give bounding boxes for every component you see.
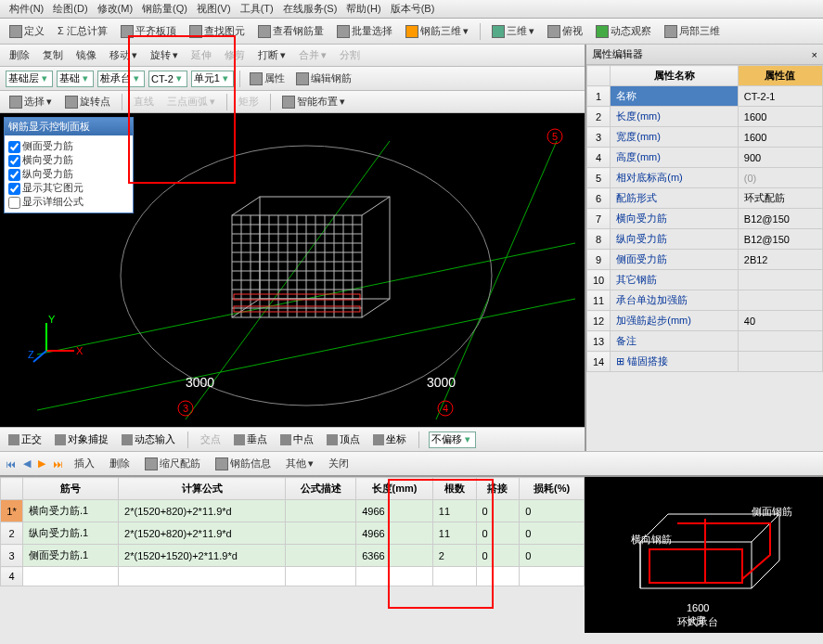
type-combo[interactable]: 桩承台▾ <box>97 71 145 87</box>
prop-name[interactable]: 高度(mm) <box>611 148 739 168</box>
sumcalc-button[interactable]: Σ 汇总计算 <box>54 22 111 40</box>
rebar-desc[interactable] <box>286 567 356 586</box>
define-button[interactable]: 定义 <box>6 22 48 40</box>
rebar-loss[interactable]: 0 <box>520 522 585 545</box>
prop-value[interactable] <box>738 270 822 290</box>
close-icon[interactable]: × <box>812 49 817 60</box>
rebar-lap[interactable]: 0 <box>476 500 520 522</box>
prop-name[interactable]: 承台单边加强筋 <box>611 290 739 311</box>
rebar-name[interactable]: 侧面受力筋.1 <box>23 545 119 567</box>
prop-name[interactable]: ⊞ 锚固搭接 <box>611 352 739 372</box>
coord-toggle[interactable]: 坐标 <box>370 431 409 447</box>
flatroof-button[interactable]: 平齐板顶 <box>117 22 180 40</box>
prop-value[interactable] <box>738 331 822 352</box>
extend-button[interactable]: 延伸 <box>187 46 215 64</box>
ortho-toggle[interactable]: 正交 <box>6 431 45 447</box>
rebar-formula[interactable] <box>119 567 286 586</box>
rebar-desc[interactable] <box>286 500 356 522</box>
category-combo[interactable]: 基础▾ <box>57 71 94 87</box>
rebar-lap[interactable]: 0 <box>476 522 520 545</box>
rebar-lap[interactable] <box>476 567 520 586</box>
rebar-formula[interactable]: 2*(1520+1520)+2*11.9*d <box>119 545 286 567</box>
editrebar-button[interactable]: 编辑钢筋 <box>292 70 355 87</box>
prop-name[interactable]: 备注 <box>611 331 739 352</box>
prop-name[interactable]: 配筋形式 <box>611 188 739 209</box>
chevron-down-icon[interactable]: ▾ <box>220 72 231 84</box>
trim-button[interactable]: 修剪 <box>221 46 249 64</box>
prop-value[interactable]: (0) <box>738 168 822 188</box>
other-button[interactable]: 其他 ▾ <box>282 455 317 472</box>
prop-value[interactable]: 1600 <box>738 127 822 148</box>
merge-button[interactable]: 合并 ▾ <box>295 46 330 64</box>
prop-name[interactable]: 长度(mm) <box>611 107 739 127</box>
break-button[interactable]: 打断 ▾ <box>254 46 289 64</box>
rebar-count[interactable]: 11 <box>432 500 476 522</box>
nav-first-icon[interactable]: ⏮ <box>6 458 16 470</box>
prop-value[interactable]: 环式配筋 <box>738 188 822 209</box>
offset-combo[interactable]: 不偏移▾ <box>429 431 476 448</box>
prop-value[interactable]: B12@150 <box>738 229 822 250</box>
dynview-button[interactable]: 动态观察 <box>592 22 655 40</box>
menu-item[interactable]: 构件(N) <box>6 0 47 18</box>
rebar-desc[interactable] <box>286 545 356 567</box>
row-num[interactable]: 1* <box>1 500 23 522</box>
rebar-name[interactable] <box>23 567 119 586</box>
chevron-down-icon[interactable]: ▾ <box>174 72 185 84</box>
rebar-lap[interactable]: 0 <box>476 545 520 567</box>
prop-value[interactable]: CT-2-1 <box>738 86 822 107</box>
viewrebar-button[interactable]: 查看钢筋量 <box>254 22 328 40</box>
line-button[interactable]: 直线 <box>130 93 158 110</box>
prop-name[interactable]: 纵向受力筋 <box>611 229 739 250</box>
rebar-len[interactable]: 4966 <box>356 522 433 545</box>
row-num[interactable]: 4 <box>1 567 23 586</box>
prop-name[interactable]: 其它钢筋 <box>611 270 739 290</box>
findelem-button[interactable]: 查找图元 <box>186 22 249 40</box>
nav-next-icon[interactable]: ▶ <box>38 457 45 470</box>
rotpt-button[interactable]: 旋转点 <box>61 93 114 110</box>
mirror-button[interactable]: 镜像 <box>72 46 100 64</box>
delete-row-button[interactable]: 删除 <box>106 455 134 472</box>
prop-name[interactable]: 宽度(mm) <box>611 127 739 148</box>
prop-name[interactable]: 相对底标高(m) <box>611 168 739 188</box>
prop-value[interactable]: 2B12 <box>738 250 822 270</box>
rebarinfo-button[interactable]: 钢筋信息 <box>212 455 275 472</box>
rebar-count[interactable] <box>432 567 476 586</box>
elev-button[interactable]: 俯视 <box>544 22 586 40</box>
prop-name[interactable]: 侧面受力筋 <box>611 250 739 270</box>
chevron-down-icon[interactable]: ▾ <box>131 72 142 84</box>
menu-item[interactable]: 帮助(H) <box>342 0 384 18</box>
menu-item[interactable]: 绘图(D) <box>49 0 91 18</box>
rebar-len[interactable]: 6366 <box>356 545 433 567</box>
local3d-button[interactable]: 局部三维 <box>661 22 724 40</box>
rebar-desc[interactable] <box>286 522 356 545</box>
nav-last-icon[interactable]: ⏭ <box>53 458 63 470</box>
floor-combo[interactable]: 基础层▾ <box>6 71 53 87</box>
rebar-count[interactable]: 2 <box>432 545 476 567</box>
prop-value[interactable] <box>738 352 822 372</box>
delete-button[interactable]: 删除 <box>6 46 33 64</box>
prop-name[interactable]: 横向受力筋 <box>611 209 739 229</box>
rebar-loss[interactable]: 0 <box>520 545 585 567</box>
prop-name[interactable]: 加强筋起步(mm) <box>611 311 739 331</box>
rebar-formula[interactable]: 2*(1520+820)+2*11.9*d <box>119 522 286 545</box>
viewport-3d[interactable]: 钢筋显示控制面板 侧面受力筋 横向受力筋 纵向受力筋 显示其它图元 显示详细公式 <box>0 113 585 427</box>
prop-button[interactable]: 属性 <box>246 70 289 87</box>
copy-button[interactable]: 复制 <box>39 46 67 64</box>
rotate-button[interactable]: 旋转 ▾ <box>147 46 182 64</box>
prop-value[interactable]: 40 <box>738 311 822 331</box>
prop-name[interactable]: 名称 <box>611 86 739 107</box>
dyninput-toggle[interactable]: 动态输入 <box>119 431 178 447</box>
xpoint-toggle[interactable]: 交点 <box>198 431 224 447</box>
select-button[interactable]: 选择 ▾ <box>6 93 56 110</box>
menu-item[interactable]: 视图(V) <box>193 0 235 18</box>
rebar-len[interactable] <box>356 567 433 586</box>
rect-button[interactable]: 矩形 <box>235 93 263 110</box>
prop-value[interactable]: 900 <box>738 148 822 168</box>
prop-value[interactable]: 1600 <box>738 107 822 127</box>
chevron-down-icon[interactable]: ▾ <box>80 72 91 84</box>
split-button[interactable]: 分割 <box>336 46 364 64</box>
menu-item[interactable]: 版本号(B) <box>387 0 439 18</box>
row-num[interactable]: 2 <box>1 522 23 545</box>
chevron-down-icon[interactable]: ▾ <box>39 72 50 84</box>
scale-rebar-button[interactable]: 缩尺配筋 <box>141 455 204 472</box>
